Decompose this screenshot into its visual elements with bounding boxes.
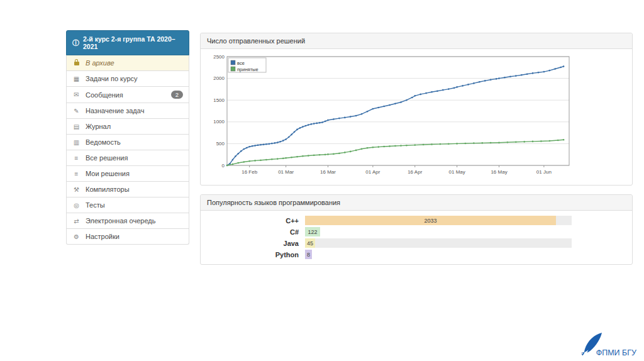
sidebar-item-label: Все решения: [86, 154, 183, 162]
svg-text:2000: 2000: [213, 75, 225, 81]
svg-text:01 Apr: 01 Apr: [365, 169, 380, 175]
bar-track: 2033: [305, 216, 572, 225]
queue-icon: ⇄: [72, 218, 80, 225]
sidebar-item-label: Назначение задач: [86, 107, 183, 114]
sidebar-item-archive[interactable]: В архиве: [66, 55, 189, 71]
page: ⓘ 2-й курс 2-я группа ТА 2020–2021 В арх…: [0, 0, 644, 361]
sidebar-item-compilers[interactable]: ⚒Компиляторы: [66, 182, 189, 197]
svg-text:01 May: 01 May: [449, 169, 465, 175]
svg-text:принятые: принятые: [237, 67, 258, 72]
target-icon: ◎: [72, 202, 80, 209]
book-icon: ▤: [72, 123, 80, 130]
language-label: C++: [206, 217, 305, 225]
envelope-icon: ✉: [72, 91, 80, 98]
language-bar: 45: [305, 238, 315, 248]
sidebar-item-messages[interactable]: ✉Сообщения2: [66, 87, 189, 103]
sidebar-item-task-assignment[interactable]: ✎Назначение задач: [66, 103, 189, 119]
language-label: Python: [206, 251, 305, 258]
bar-track: 8: [305, 250, 572, 259]
sidebar-item-label: Журнал: [86, 123, 183, 130]
svg-text:16 Apr: 16 Apr: [408, 169, 422, 175]
svg-text:01 Jun: 01 Jun: [536, 169, 552, 175]
sidebar-item-label: Задачи по курсу: [86, 75, 183, 82]
sidebar-item-label: Электронная очередь: [86, 217, 183, 225]
language-value: 45: [307, 240, 313, 247]
language-bar: 8: [305, 250, 312, 259]
language-row: C#122: [206, 227, 627, 236]
sidebar-item-my-solutions[interactable]: ≡Мои решения: [66, 166, 189, 182]
submissions-panel: Число отправленных решений 0500100015002…: [200, 33, 633, 186]
bar-track: 45: [305, 238, 572, 248]
language-label: C#: [206, 228, 305, 236]
svg-text:500: 500: [216, 141, 225, 147]
gear-icon: ⚙: [72, 233, 80, 240]
pencil-icon: ✎: [72, 108, 80, 114]
sidebar-item-settings[interactable]: ⚙Настройки: [66, 229, 189, 245]
sidebar-item-label: Тесты: [86, 201, 183, 209]
sidebar-item-course-tasks[interactable]: ▦Задачи по курсу: [66, 71, 189, 87]
language-bar: 2033: [305, 216, 556, 225]
languages-bar-chart: C++2033C#122Java45Python8: [201, 211, 632, 264]
course-group-header[interactable]: ⓘ 2-й курс 2-я группа ТА 2020–2021: [66, 30, 189, 55]
logo-text: ФПМИ БГУ: [596, 348, 636, 357]
submissions-panel-body: 0500100015002000250016 Feb01 Mar16 Mar01…: [201, 49, 632, 185]
sidebar-item-label: Мои решения: [86, 170, 183, 177]
language-row: Python8: [206, 250, 627, 259]
language-bar: 122: [305, 227, 320, 236]
svg-text:16 Mar: 16 Mar: [320, 169, 336, 175]
svg-text:16 Feb: 16 Feb: [242, 169, 257, 175]
svg-text:01 Mar: 01 Mar: [278, 169, 294, 175]
sidebar-item-label: Компиляторы: [86, 186, 183, 193]
sidebar-item-label: Ведомость: [86, 138, 183, 146]
language-label: Java: [206, 240, 305, 247]
bar-track: 122: [305, 227, 572, 236]
languages-panel: Популярность языков программирования C++…: [200, 194, 633, 265]
main-content: Число отправленных решений 0500100015002…: [200, 33, 633, 265]
sidebar-item-label: Настройки: [86, 233, 183, 240]
sidebar-item-tests[interactable]: ◎Тесты: [66, 197, 189, 213]
svg-text:все: все: [237, 60, 245, 66]
sidebar-item-electronic-queue[interactable]: ⇄Электронная очередь: [66, 213, 189, 229]
svg-text:2500: 2500: [213, 54, 225, 60]
language-value: 122: [308, 229, 317, 235]
list-icon: ≡: [72, 170, 80, 177]
lock-icon: [72, 60, 80, 67]
tools-icon: ⚒: [72, 186, 80, 193]
submissions-panel-title: Число отправленных решений: [201, 33, 632, 49]
sidebar-item-gradebook[interactable]: ▥Ведомость: [66, 135, 189, 150]
svg-text:0: 0: [222, 163, 225, 169]
language-row: C++2033: [206, 216, 627, 225]
list-icon: ≡: [72, 155, 80, 162]
languages-panel-title: Популярность языков программирования: [201, 195, 632, 211]
language-value: 8: [307, 252, 310, 258]
sidebar-item-label: Сообщения: [86, 91, 166, 99]
info-icon: ⓘ: [72, 40, 79, 47]
svg-text:ə: ə: [581, 350, 584, 356]
sidebar-menu: В архиве▦Задачи по курсу✉Сообщения2✎Назн…: [66, 55, 189, 245]
submissions-line-chart: 0500100015002000250016 Feb01 Mar16 Mar01…: [206, 54, 570, 177]
table-icon: ▥: [72, 139, 80, 146]
fpmi-bsu-logo[interactable]: ə ФПМИ БГУ: [575, 332, 639, 358]
unread-count-badge: 2: [171, 91, 183, 99]
sidebar-item-label: В архиве: [86, 59, 183, 67]
sidebar: ⓘ 2-й курс 2-я группа ТА 2020–2021 В арх…: [66, 30, 189, 245]
sidebar-item-all-solutions[interactable]: ≡Все решения: [66, 150, 189, 166]
course-group-title: 2-й курс 2-я группа ТА 2020–2021: [83, 35, 183, 50]
svg-text:1000: 1000: [213, 119, 225, 125]
grid-icon: ▦: [72, 75, 80, 82]
language-value: 2033: [425, 218, 437, 224]
sidebar-item-journal[interactable]: ▤Журнал: [66, 119, 189, 135]
svg-text:16 May: 16 May: [491, 169, 507, 175]
svg-text:1500: 1500: [213, 97, 225, 103]
language-row: Java45: [206, 238, 627, 248]
